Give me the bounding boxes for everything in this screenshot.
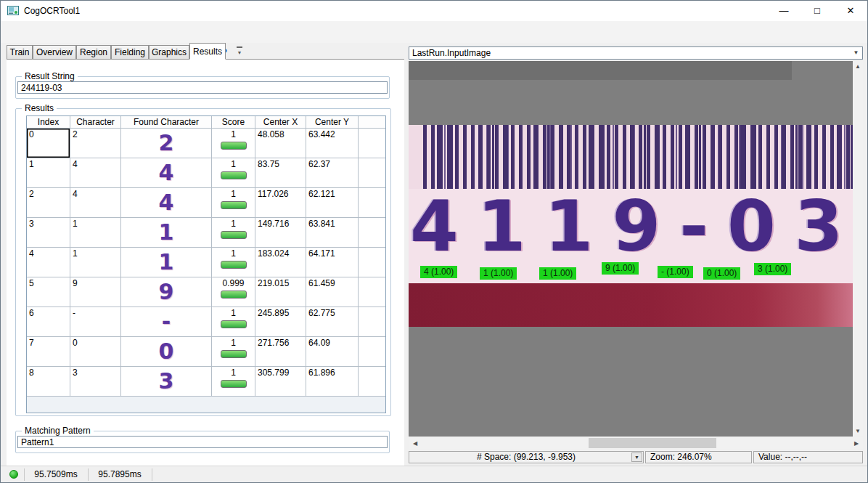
column-header-found[interactable]: Found Character	[121, 116, 212, 129]
horizontal-scroll-thumb[interactable]	[589, 438, 716, 448]
cell-extra[interactable]	[359, 158, 385, 188]
cell-found-character[interactable]: 3	[121, 367, 212, 397]
cell-center-x[interactable]: 305.799	[255, 367, 306, 397]
column-header-center-y[interactable]: Center Y	[306, 116, 359, 129]
cell-index[interactable]: 7	[27, 337, 70, 367]
cell-score[interactable]: 1	[212, 307, 255, 337]
cell-extra[interactable]	[359, 337, 385, 367]
space-dropdown-button[interactable]: ▼	[631, 452, 642, 462]
cell-index[interactable]: 6	[27, 307, 70, 337]
toolbar-overflow-button[interactable]: ▼	[234, 45, 245, 60]
cell-score[interactable]: 1	[212, 129, 255, 158]
score-bar	[221, 142, 247, 150]
cell-found-character[interactable]: 1	[121, 248, 212, 277]
cell-index[interactable]: 0	[27, 129, 70, 158]
cell-center-y[interactable]: 63.442	[306, 129, 359, 158]
cell-index[interactable]: 4	[27, 248, 70, 277]
cell-center-y[interactable]: 64.09	[306, 337, 359, 367]
cell-extra[interactable]	[359, 188, 385, 218]
cell-center-x[interactable]: 117.026	[255, 188, 306, 218]
cell-center-y[interactable]: 63.841	[306, 218, 359, 248]
cell-character[interactable]: 4	[70, 188, 121, 218]
cell-character[interactable]: 4	[70, 158, 121, 188]
cell-center-x[interactable]: 219.015	[255, 277, 306, 307]
cell-found-character[interactable]: 4	[121, 188, 212, 218]
cell-character[interactable]: 3	[70, 367, 121, 397]
cell-score[interactable]: 1	[212, 218, 255, 248]
cell-found-character[interactable]: 1	[121, 218, 212, 248]
scroll-left-icon[interactable]: ◀	[410, 440, 420, 447]
cell-center-y[interactable]: 62.37	[306, 158, 359, 188]
cell-extra[interactable]	[359, 129, 385, 158]
column-header-index[interactable]: Index	[27, 116, 70, 129]
cell-extra[interactable]	[359, 218, 385, 248]
cell-center-x[interactable]: 245.895	[255, 307, 306, 337]
cell-score[interactable]: 1	[212, 158, 255, 188]
tab-overview[interactable]: Overview	[33, 45, 76, 59]
cell-character[interactable]: 9	[70, 277, 121, 307]
cell-character[interactable]: -	[70, 307, 121, 337]
tab-results[interactable]: Results	[189, 43, 226, 60]
cell-center-y[interactable]: 62.121	[306, 188, 359, 218]
title-bar: CogOCRTool1 — □ ✕	[1, 1, 867, 21]
cell-found-character[interactable]: 9	[121, 277, 212, 307]
cell-extra[interactable]	[359, 307, 385, 337]
cell-index[interactable]: 1	[27, 158, 70, 188]
score-bar	[221, 201, 247, 209]
cell-center-y[interactable]: 62.775	[306, 307, 359, 337]
scroll-up-icon[interactable]: ▲	[853, 63, 863, 70]
cell-extra[interactable]	[359, 277, 385, 307]
cell-found-character[interactable]: 4	[121, 158, 212, 188]
cell-score[interactable]: 0.999	[212, 277, 255, 307]
table-row: 3 1 1 1 149.716 63.841	[27, 218, 385, 248]
cell-found-character[interactable]: 2	[121, 129, 212, 158]
column-header-center-x[interactable]: Center X	[255, 116, 306, 129]
cell-index[interactable]: 8	[27, 367, 70, 397]
score-value: 1	[212, 308, 255, 318]
result-string-field[interactable]	[17, 81, 388, 94]
vertical-scrollbar[interactable]: ▲ ▼	[853, 61, 863, 437]
cell-center-y[interactable]: 61.896	[306, 367, 359, 397]
tab-graphics[interactable]: Graphics	[149, 45, 189, 59]
cell-score[interactable]: 1	[212, 367, 255, 397]
scroll-right-icon[interactable]: ▶	[851, 440, 861, 447]
cell-score[interactable]: 1	[212, 188, 255, 218]
cell-extra[interactable]	[359, 367, 385, 397]
cell-character[interactable]: 1	[70, 248, 121, 277]
input-image-selector[interactable]: LastRun.InputImage ▼	[409, 46, 863, 60]
combo-dropdown-icon[interactable]: ▼	[850, 47, 862, 59]
cell-found-character[interactable]: 0	[121, 337, 212, 367]
cell-center-x[interactable]: 183.024	[255, 248, 306, 277]
minimize-button[interactable]: —	[767, 1, 801, 21]
cell-character[interactable]: 2	[70, 129, 121, 158]
close-button[interactable]: ✕	[834, 1, 867, 21]
tab-fielding[interactable]: Fielding	[111, 45, 149, 59]
cell-character[interactable]: 0	[70, 337, 121, 367]
cell-extra[interactable]	[359, 248, 385, 277]
column-header-score[interactable]: Score	[212, 116, 255, 129]
matching-pattern-field[interactable]	[17, 436, 388, 448]
cell-center-y[interactable]: 64.171	[306, 248, 359, 277]
cell-center-x[interactable]: 149.716	[255, 218, 306, 248]
maximize-button[interactable]: □	[801, 1, 834, 21]
tab-region[interactable]: Region	[76, 45, 111, 59]
app-icon[interactable]	[7, 5, 19, 17]
cell-index[interactable]: 5	[27, 277, 70, 307]
cell-found-character[interactable]: -	[121, 307, 212, 337]
tab-train[interactable]: Train	[7, 45, 33, 59]
cell-center-x[interactable]: 48.058	[255, 129, 306, 158]
column-header-extra[interactable]	[359, 116, 385, 129]
cell-center-x[interactable]: 83.75	[255, 158, 306, 188]
score-bar	[221, 291, 247, 299]
cell-center-y[interactable]: 61.459	[306, 277, 359, 307]
cell-center-x[interactable]: 271.756	[255, 337, 306, 367]
cell-index[interactable]: 3	[27, 218, 70, 248]
cell-index[interactable]: 2	[27, 188, 70, 218]
cell-score[interactable]: 1	[212, 248, 255, 277]
image-display[interactable]: 4119-03 4 (1.00) 1 (1.00) 1 (1.00) 9 (1.…	[409, 61, 853, 437]
cell-character[interactable]: 1	[70, 218, 121, 248]
scroll-down-icon[interactable]: ▼	[853, 428, 863, 434]
horizontal-scrollbar[interactable]: ◀ ▶	[409, 437, 863, 449]
column-header-character[interactable]: Character	[70, 116, 121, 129]
cell-score[interactable]: 1	[212, 337, 255, 367]
